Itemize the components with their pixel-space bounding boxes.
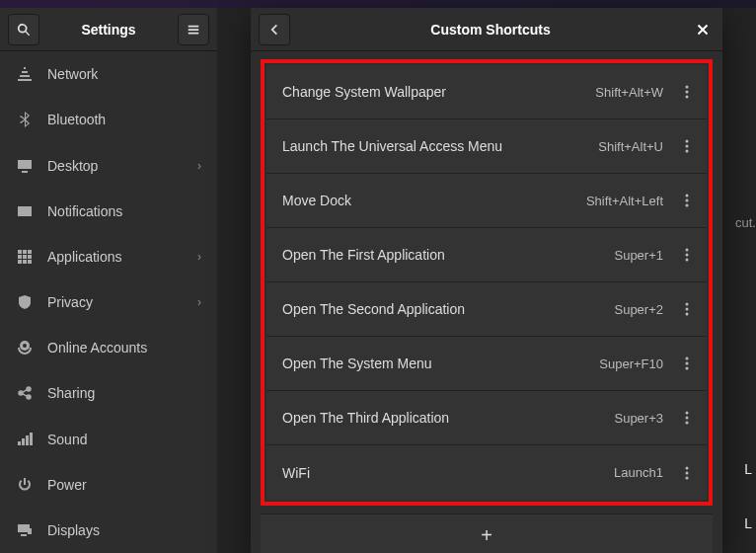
- svg-point-20: [686, 422, 689, 425]
- shortcut-row[interactable]: Open The Third ApplicationSuper+3: [266, 391, 707, 445]
- svg-point-17: [686, 367, 689, 370]
- hamburger-icon: [187, 23, 200, 37]
- applications-icon: [16, 248, 34, 266]
- settings-header: Settings: [0, 8, 217, 51]
- dialog-title: Custom Shortcuts: [290, 22, 691, 38]
- sidebar-item-network[interactable]: Network: [0, 51, 217, 97]
- sidebar-item-online-accounts[interactable]: Online Accounts: [0, 325, 217, 370]
- sidebar-item-bluetooth[interactable]: Bluetooth: [0, 97, 217, 142]
- shortcut-keys: Shift+Alt+W: [595, 85, 663, 100]
- sidebar-item-privacy[interactable]: Privacy›: [0, 279, 217, 325]
- more-options-button[interactable]: [675, 243, 699, 267]
- sidebar-item-label: Sharing: [47, 385, 201, 401]
- more-options-button[interactable]: [675, 80, 699, 104]
- settings-sidebar[interactable]: NetworkBluetoothDesktop›NotificationsApp…: [0, 51, 217, 553]
- sidebar-item-power[interactable]: Power: [0, 462, 217, 508]
- shortcut-keys: Super+3: [614, 411, 663, 426]
- network-icon: [16, 65, 34, 83]
- svg-point-13: [686, 308, 689, 311]
- more-options-button[interactable]: [675, 297, 699, 321]
- svg-point-23: [686, 476, 689, 479]
- chevron-right-icon: ›: [197, 250, 201, 264]
- bg-hint-text: cut.: [735, 215, 756, 230]
- svg-point-21: [686, 466, 689, 469]
- sidebar-item-sound[interactable]: Sound: [0, 417, 217, 462]
- sidebar-item-label: Power: [47, 477, 201, 493]
- hamburger-menu-button[interactable]: [178, 14, 209, 45]
- sidebar-item-label: Sound: [47, 432, 201, 447]
- more-options-button[interactable]: [675, 134, 699, 158]
- bg-row-letter: L: [740, 447, 756, 491]
- chevron-left-icon: [267, 23, 281, 37]
- kebab-icon: [685, 194, 689, 207]
- more-options-button[interactable]: [675, 406, 699, 430]
- sidebar-item-applications[interactable]: Applications›: [0, 234, 217, 279]
- sidebar-item-label: Displays: [47, 522, 201, 538]
- sidebar-item-label: Desktop: [47, 158, 184, 174]
- notifications-icon: [16, 202, 34, 220]
- svg-point-16: [686, 362, 689, 365]
- shortcut-row[interactable]: Move DockShift+Alt+Left: [266, 174, 707, 228]
- shortcuts-list: Change System WallpaperShift+Alt+WLaunch…: [261, 59, 713, 506]
- search-button[interactable]: [8, 14, 39, 45]
- svg-point-1: [686, 91, 689, 94]
- settings-title: Settings: [45, 22, 172, 38]
- svg-point-5: [686, 150, 689, 153]
- window-titlebar: [0, 0, 756, 8]
- chevron-right-icon: ›: [197, 295, 201, 309]
- shortcut-keys: Launch1: [614, 465, 663, 480]
- svg-point-2: [686, 96, 689, 99]
- svg-point-11: [686, 259, 689, 262]
- svg-point-0: [686, 86, 689, 89]
- shortcut-name: WiFi: [282, 465, 614, 481]
- shortcut-row[interactable]: Open The First ApplicationSuper+1: [266, 228, 707, 282]
- more-options-button[interactable]: [675, 189, 699, 212]
- shortcut-keys: Shift+Alt+U: [598, 139, 663, 154]
- shortcut-name: Open The Second Application: [282, 301, 614, 317]
- sidebar-item-desktop[interactable]: Desktop›: [0, 143, 217, 189]
- svg-point-22: [686, 471, 689, 474]
- power-icon: [16, 476, 34, 494]
- svg-point-7: [686, 199, 689, 202]
- shortcut-row[interactable]: Open The System MenuSuper+F10: [266, 337, 707, 391]
- online-accounts-icon: [16, 339, 34, 356]
- sidebar-item-label: Notifications: [47, 203, 201, 219]
- kebab-icon: [685, 466, 689, 480]
- shortcut-name: Open The Third Application: [282, 410, 614, 426]
- bg-row-letter: L: [740, 502, 756, 545]
- shortcut-name: Open The System Menu: [282, 356, 599, 371]
- shortcut-row[interactable]: Change System WallpaperShift+Alt+W: [266, 65, 707, 119]
- sidebar-item-label: Network: [47, 66, 201, 82]
- sidebar-item-sharing[interactable]: Sharing: [0, 370, 217, 416]
- kebab-icon: [685, 302, 689, 316]
- svg-point-3: [686, 140, 689, 143]
- dialog-header: Custom Shortcuts: [251, 8, 722, 51]
- shortcut-row[interactable]: Launch The Universal Access MenuShift+Al…: [266, 119, 707, 174]
- more-options-button[interactable]: [675, 352, 699, 375]
- kebab-icon: [685, 139, 689, 153]
- shortcut-keys: Shift+Alt+Left: [586, 194, 663, 208]
- privacy-icon: [16, 293, 34, 311]
- close-button[interactable]: [691, 18, 715, 41]
- add-shortcut-button[interactable]: +: [261, 514, 713, 553]
- sidebar-item-notifications[interactable]: Notifications: [0, 189, 217, 234]
- bluetooth-icon: [16, 111, 34, 128]
- svg-point-9: [686, 249, 689, 252]
- sidebar-item-displays[interactable]: Displays: [0, 508, 217, 553]
- sidebar-item-label: Privacy: [47, 294, 184, 310]
- back-button[interactable]: [259, 14, 290, 45]
- kebab-icon: [685, 356, 689, 370]
- svg-point-8: [686, 204, 689, 207]
- plus-icon: +: [481, 524, 492, 547]
- sidebar-item-label: Applications: [47, 249, 184, 265]
- shortcut-row[interactable]: Open The Second ApplicationSuper+2: [266, 282, 707, 337]
- kebab-icon: [685, 85, 689, 99]
- svg-point-19: [686, 417, 689, 420]
- more-options-button[interactable]: [675, 461, 699, 485]
- svg-point-14: [686, 313, 689, 316]
- shortcut-row[interactable]: WiFiLaunch1: [266, 445, 707, 500]
- svg-point-10: [686, 254, 689, 257]
- chevron-right-icon: ›: [197, 159, 201, 173]
- desktop-icon: [16, 157, 34, 175]
- sound-icon: [16, 431, 34, 448]
